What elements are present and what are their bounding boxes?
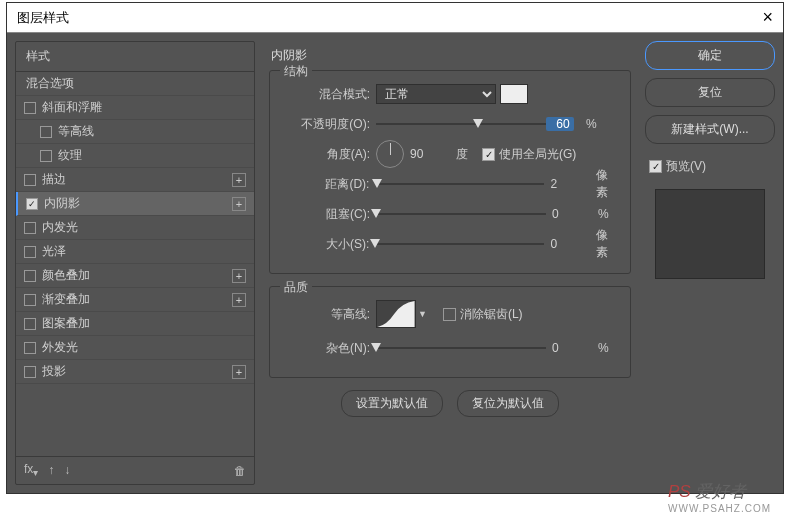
sidebar-item-bevel[interactable]: 斜面和浮雕 xyxy=(16,96,254,120)
checkbox-icon[interactable] xyxy=(24,366,36,378)
sidebar-item-label: 混合选项 xyxy=(26,75,74,92)
sidebar-item-inner-shadow[interactable]: ✓内阴影+ xyxy=(16,192,254,216)
opacity-unit: % xyxy=(574,117,597,131)
checkbox-icon[interactable] xyxy=(40,150,52,162)
sidebar-item-drop-shadow[interactable]: 投影+ xyxy=(16,360,254,384)
sidebar-item-label: 描边 xyxy=(42,171,66,188)
arrow-up-icon[interactable]: ↑ xyxy=(48,463,54,477)
right-column: 确定 复位 新建样式(W)... ✓ 预览(V) xyxy=(645,41,775,485)
choke-value[interactable]: 0 xyxy=(546,207,586,221)
contour-label: 等高线: xyxy=(280,306,376,323)
noise-value[interactable]: 0 xyxy=(546,341,586,355)
new-style-button[interactable]: 新建样式(W)... xyxy=(645,115,775,144)
checkbox-icon[interactable] xyxy=(24,246,36,258)
sidebar-item-pattern-overlay[interactable]: 图案叠加 xyxy=(16,312,254,336)
blend-mode-select[interactable]: 正常 xyxy=(376,84,496,104)
sidebar-item-label: 内阴影 xyxy=(44,195,80,212)
size-label: 大小(S): xyxy=(280,236,375,253)
checkbox-icon[interactable]: ✓ xyxy=(26,198,38,210)
noise-slider[interactable] xyxy=(376,341,546,355)
trash-icon[interactable]: 🗑 xyxy=(234,464,246,478)
sidebar-footer: fx▾ ↑ ↓ 🗑 xyxy=(16,456,254,484)
size-unit: 像素 xyxy=(584,227,620,261)
sidebar-item-label: 斜面和浮雕 xyxy=(42,99,102,116)
sidebar-item-label: 颜色叠加 xyxy=(42,267,90,284)
sidebar-item-gradient-overlay[interactable]: 渐变叠加+ xyxy=(16,288,254,312)
sidebar-item-label: 等高线 xyxy=(58,123,94,140)
checkbox-icon[interactable] xyxy=(40,126,52,138)
angle-dial[interactable] xyxy=(376,140,404,168)
global-light-label: 使用全局光(G) xyxy=(499,146,576,163)
preview-checkbox[interactable]: ✓ xyxy=(649,160,662,173)
checkbox-icon[interactable] xyxy=(24,318,36,330)
checkbox-icon[interactable] xyxy=(24,222,36,234)
close-icon[interactable]: × xyxy=(762,7,773,28)
antialias-label: 消除锯齿(L) xyxy=(460,306,523,323)
size-slider[interactable] xyxy=(375,237,544,251)
distance-value[interactable]: 2 xyxy=(544,177,584,191)
contour-picker[interactable] xyxy=(376,300,416,328)
plus-icon[interactable]: + xyxy=(232,365,246,379)
preview-box xyxy=(655,189,765,279)
choke-unit: % xyxy=(586,207,609,221)
size-value[interactable]: 0 xyxy=(544,237,584,251)
sidebar-item-label: 渐变叠加 xyxy=(42,291,90,308)
arrow-down-icon[interactable]: ↓ xyxy=(64,463,70,477)
checkbox-icon[interactable] xyxy=(24,174,36,186)
noise-label: 杂色(N): xyxy=(280,340,376,357)
group-title: 品质 xyxy=(280,279,312,296)
opacity-label: 不透明度(O): xyxy=(280,116,376,133)
sidebar-item-outer-glow[interactable]: 外发光 xyxy=(16,336,254,360)
quality-group: 品质 等高线: ▼ 消除锯齿(L) 杂色(N): 0 xyxy=(269,286,631,378)
plus-icon[interactable]: + xyxy=(232,173,246,187)
antialias-checkbox[interactable] xyxy=(443,308,456,321)
checkbox-icon[interactable] xyxy=(24,294,36,306)
styles-sidebar: 样式 混合选项 斜面和浮雕 等高线 纹理 描边+ ✓内阴影+ 内发光 光泽 颜色… xyxy=(15,41,255,485)
opacity-slider[interactable] xyxy=(376,117,546,131)
sidebar-item-label: 纹理 xyxy=(58,147,82,164)
watermark: PS PS 爱好者爱好者 WWW.PSAHZ.COM xyxy=(668,480,771,514)
sidebar-item-inner-glow[interactable]: 内发光 xyxy=(16,216,254,240)
sidebar-item-label: 光泽 xyxy=(42,243,66,260)
opacity-value[interactable]: 60 xyxy=(546,117,574,131)
choke-slider[interactable] xyxy=(376,207,546,221)
chevron-down-icon[interactable]: ▼ xyxy=(418,309,427,319)
sidebar-item-texture[interactable]: 纹理 xyxy=(16,144,254,168)
set-default-button[interactable]: 设置为默认值 xyxy=(341,390,443,417)
sidebar-item-label: 图案叠加 xyxy=(42,315,90,332)
sidebar-item-contour[interactable]: 等高线 xyxy=(16,120,254,144)
distance-label: 距离(D): xyxy=(280,176,375,193)
distance-slider[interactable] xyxy=(375,177,544,191)
sidebar-item-blending[interactable]: 混合选项 xyxy=(16,72,254,96)
global-light-checkbox[interactable]: ✓ xyxy=(482,148,495,161)
settings-panel: 内阴影 结构 混合模式: 正常 不透明度(O): 60 % xyxy=(263,41,637,485)
sidebar-item-satin[interactable]: 光泽 xyxy=(16,240,254,264)
checkbox-icon[interactable] xyxy=(24,270,36,282)
checkbox-icon[interactable] xyxy=(24,102,36,114)
plus-icon[interactable]: + xyxy=(232,197,246,211)
group-title: 结构 xyxy=(280,63,312,80)
sidebar-item-color-overlay[interactable]: 颜色叠加+ xyxy=(16,264,254,288)
preview-label: 预览(V) xyxy=(666,158,706,175)
plus-icon[interactable]: + xyxy=(232,269,246,283)
checkbox-icon[interactable] xyxy=(24,342,36,354)
structure-group: 结构 混合模式: 正常 不透明度(O): 60 % 角度(A): xyxy=(269,70,631,274)
titlebar: 图层样式 × xyxy=(7,3,783,33)
blend-mode-label: 混合模式: xyxy=(280,86,376,103)
choke-label: 阻塞(C): xyxy=(280,206,376,223)
fx-menu[interactable]: fx▾ xyxy=(24,462,38,478)
sidebar-item-stroke[interactable]: 描边+ xyxy=(16,168,254,192)
sidebar-item-label: 投影 xyxy=(42,363,66,380)
distance-unit: 像素 xyxy=(584,167,620,201)
ok-button[interactable]: 确定 xyxy=(645,41,775,70)
color-swatch[interactable] xyxy=(500,84,528,104)
reset-default-button[interactable]: 复位为默认值 xyxy=(457,390,559,417)
angle-value[interactable]: 90 xyxy=(410,147,440,161)
noise-unit: % xyxy=(586,341,609,355)
plus-icon[interactable]: + xyxy=(232,293,246,307)
angle-unit: 度 xyxy=(440,146,482,163)
layer-style-dialog: 图层样式 × 样式 混合选项 斜面和浮雕 等高线 纹理 描边+ ✓内阴影+ 内发… xyxy=(7,3,783,493)
sidebar-header: 样式 xyxy=(16,42,254,72)
cancel-button[interactable]: 复位 xyxy=(645,78,775,107)
dialog-title: 图层样式 xyxy=(17,9,69,27)
